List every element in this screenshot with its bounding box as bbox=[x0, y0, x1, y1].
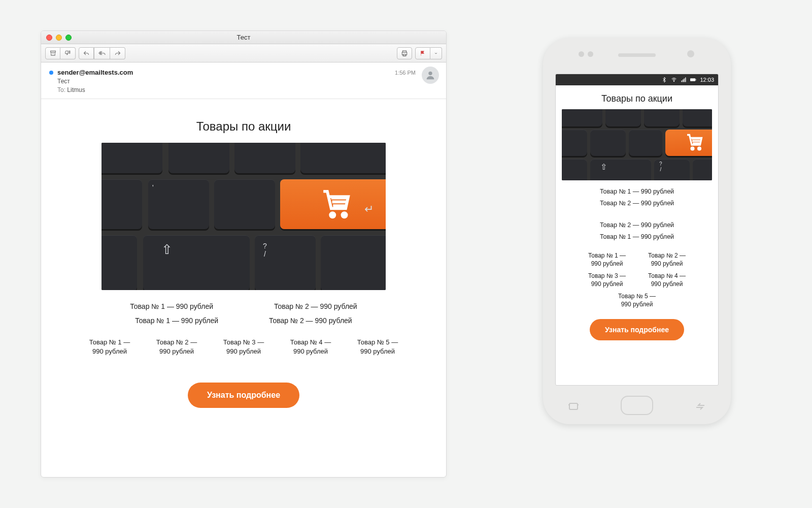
user-icon bbox=[425, 70, 436, 81]
product-item: Товар № 1 —990 рублей bbox=[582, 251, 632, 268]
svg-point-6 bbox=[674, 81, 674, 81]
product-item: Товар № 1 — 990 рублей bbox=[562, 187, 712, 196]
email-body: Товары по акции ' ↵ bbox=[41, 99, 446, 428]
archive-icon bbox=[50, 50, 56, 56]
product-item: Товар № 2 — 990 рублей bbox=[274, 302, 357, 310]
product-grid-row-3: Товар № 5 —990 рублей bbox=[562, 292, 712, 308]
product-item: Товар № 3 —990 рублей bbox=[582, 272, 632, 288]
phone-nav-bar bbox=[543, 396, 731, 415]
product-item: Товар № 2 — 990 рублей bbox=[562, 221, 712, 230]
product-item: Товар № 1 —990 рублей bbox=[82, 338, 138, 356]
subject-text: Тест bbox=[57, 78, 70, 85]
product-row-1: Товар № 1 — 990 рублей Товар № 2 — 990 р… bbox=[41, 302, 446, 310]
product-list-b: Товар № 2 — 990 рублей Товар № 1 — 990 р… bbox=[562, 221, 712, 241]
cta-button[interactable]: Узнать подробнее bbox=[188, 383, 299, 408]
thumbs-down-icon bbox=[64, 50, 71, 56]
product-item: Товар № 3 —990 рублей bbox=[216, 338, 272, 356]
message-header: sender@emailtests.com Тест To: Litmus 1:… bbox=[41, 62, 446, 99]
cta-button[interactable]: Узнать подробнее bbox=[590, 319, 684, 340]
battery-icon bbox=[690, 77, 696, 83]
product-grid-row-2: Товар № 3 —990 рублей Товар № 4 —990 руб… bbox=[562, 272, 712, 288]
svg-point-5 bbox=[342, 213, 346, 217]
product-item: Товар № 5 —990 рублей bbox=[350, 338, 405, 356]
svg-rect-11 bbox=[690, 78, 695, 81]
product-item: Товар № 4 —990 рублей bbox=[641, 272, 692, 288]
phone-mock: 12:03 Товары по акции bbox=[543, 38, 731, 424]
reply-icon bbox=[83, 50, 90, 56]
svg-point-3 bbox=[428, 72, 432, 75]
product-item: Товар № 1 — 990 рублей bbox=[135, 316, 218, 325]
svg-rect-15 bbox=[569, 403, 578, 409]
product-item: Товар № 2 —990 рублей bbox=[149, 338, 205, 356]
print-button[interactable] bbox=[397, 47, 412, 59]
flag-icon bbox=[420, 50, 426, 57]
hero-image: ' ↵ ⇧ ?/ bbox=[101, 143, 386, 290]
product-item: Товар № 1 — 990 рублей bbox=[562, 233, 712, 241]
reply-button[interactable] bbox=[79, 47, 94, 59]
reply-all-button[interactable] bbox=[94, 47, 110, 59]
flag-button[interactable] bbox=[415, 47, 430, 59]
flag-more-button[interactable] bbox=[430, 47, 442, 59]
status-time: 12:03 bbox=[700, 77, 714, 83]
back-icon bbox=[694, 400, 706, 412]
cart-icon bbox=[320, 187, 353, 219]
hero-image: ⇧ ?/ bbox=[562, 109, 712, 180]
svg-point-4 bbox=[330, 213, 334, 217]
product-item: Товар № 2 — 990 рублей bbox=[562, 199, 712, 208]
archive-button[interactable] bbox=[45, 47, 60, 59]
signal-icon bbox=[681, 77, 687, 83]
svg-rect-0 bbox=[50, 51, 55, 52]
svg-point-14 bbox=[698, 147, 701, 150]
recent-apps-icon bbox=[567, 400, 580, 412]
product-list-a: Товар № 1 — 990 рублей Товар № 2 — 990 р… bbox=[562, 187, 712, 208]
product-row-3: Товар № 1 —990 рублей Товар № 2 —990 руб… bbox=[41, 338, 446, 356]
forward-icon bbox=[114, 50, 121, 56]
back-button[interactable] bbox=[694, 400, 706, 410]
to-label: To: bbox=[57, 86, 65, 93]
home-button[interactable] bbox=[621, 396, 653, 415]
mail-window: Тест bbox=[41, 30, 447, 478]
email-heading: Товары по акции bbox=[562, 93, 712, 104]
email-heading: Товары по акции bbox=[41, 119, 446, 134]
sender-address: sender@emailtests.com bbox=[57, 69, 133, 76]
phone-screen: 12:03 Товары по акции bbox=[555, 74, 719, 386]
svg-rect-12 bbox=[696, 79, 696, 81]
wifi-icon bbox=[671, 77, 677, 83]
chevron-down-icon bbox=[434, 51, 438, 55]
reply-all-icon bbox=[98, 50, 106, 56]
status-bar: 12:03 bbox=[556, 74, 718, 85]
recent-apps-button[interactable] bbox=[567, 400, 580, 410]
product-item: Товар № 1 — 990 рублей bbox=[130, 302, 213, 310]
svg-rect-8 bbox=[683, 80, 684, 82]
to-value: Litmus bbox=[67, 86, 85, 93]
product-item: Товар № 4 —990 рублей bbox=[283, 338, 339, 356]
svg-rect-9 bbox=[684, 79, 685, 82]
svg-rect-2 bbox=[403, 54, 406, 55]
product-item: Товар № 2 — 990 рублей bbox=[269, 316, 352, 325]
window-titlebar: Тест bbox=[41, 31, 446, 44]
window-title: Тест bbox=[41, 34, 446, 41]
mail-toolbar bbox=[41, 44, 446, 62]
product-item: Товар № 2 —990 рублей bbox=[641, 251, 692, 268]
message-time: 1:56 PM bbox=[395, 70, 416, 76]
product-grid-row-1: Товар № 1 —990 рублей Товар № 2 —990 руб… bbox=[562, 251, 712, 268]
forward-button[interactable] bbox=[110, 47, 125, 59]
product-item: Товар № 5 —990 рублей bbox=[612, 292, 662, 308]
svg-rect-10 bbox=[685, 78, 686, 82]
svg-rect-7 bbox=[682, 81, 683, 82]
svg-point-13 bbox=[691, 147, 694, 150]
avatar bbox=[422, 67, 439, 84]
product-row-2: Товар № 1 — 990 рублей Товар № 2 — 990 р… bbox=[41, 316, 446, 325]
junk-button[interactable] bbox=[60, 47, 76, 59]
printer-icon bbox=[401, 50, 408, 57]
unread-dot-icon bbox=[49, 71, 53, 75]
bluetooth-icon bbox=[661, 77, 667, 83]
